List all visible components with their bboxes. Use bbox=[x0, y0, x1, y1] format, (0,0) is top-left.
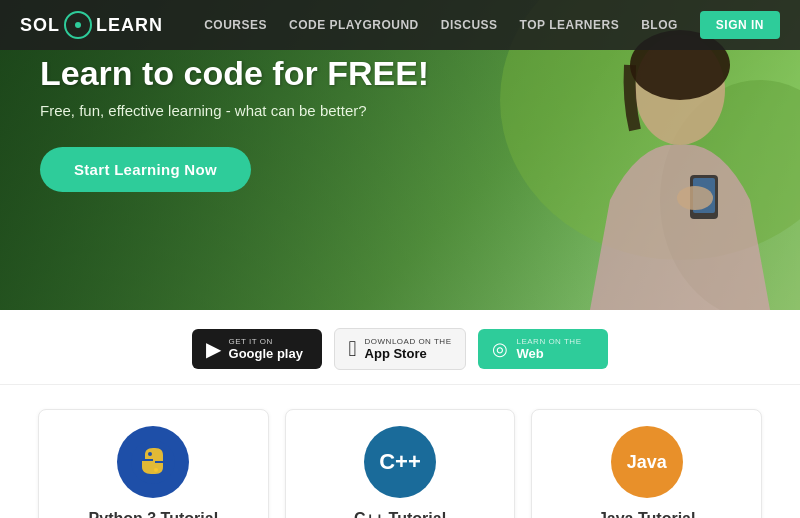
cpp-icon: C++ bbox=[364, 426, 436, 498]
google-play-label-small: GET IT ON bbox=[229, 337, 303, 346]
start-learning-button[interactable]: Start Learning Now bbox=[40, 147, 251, 192]
nav-discuss[interactable]: DISCUSS bbox=[441, 18, 498, 32]
python-course-name: Python 3 Tutorial bbox=[89, 510, 218, 518]
logo[interactable]: SOL LEARN bbox=[20, 11, 163, 39]
google-play-button[interactable]: ▶ GET IT ON Google play bbox=[192, 329, 322, 369]
sign-in-button[interactable]: SIGN IN bbox=[700, 11, 780, 39]
web-label-small: Learn on the bbox=[516, 337, 581, 346]
store-section: ▶ GET IT ON Google play  Download on th… bbox=[0, 310, 800, 385]
web-label-big: Web bbox=[516, 346, 581, 361]
google-play-label-big: Google play bbox=[229, 346, 303, 361]
apple-icon:  bbox=[349, 338, 357, 360]
java-icon: Java bbox=[611, 426, 683, 498]
java-course-name: Java Tutorial bbox=[598, 510, 696, 518]
nav-links: COURSES CODE PLAYGROUND DISCUSS TOP LEAR… bbox=[204, 11, 780, 39]
courses-section: Python 3 Tutorial Learn Python, one of t… bbox=[0, 385, 800, 518]
nav-blog[interactable]: BLOG bbox=[641, 18, 678, 32]
python-icon bbox=[117, 426, 189, 498]
app-store-label-big: App Store bbox=[365, 346, 452, 361]
app-store-button[interactable]:  Download on the App Store bbox=[334, 328, 467, 370]
hero-title: Learn to code for FREE! bbox=[40, 55, 429, 92]
cpp-course-name: C++ Tutorial bbox=[354, 510, 446, 518]
nav-code-playground[interactable]: CODE PLAYGROUND bbox=[289, 18, 419, 32]
web-icon: ◎ bbox=[492, 340, 508, 358]
java-card: Java Java Tutorial With our interactive … bbox=[531, 409, 762, 518]
web-button[interactable]: ◎ Learn on the Web bbox=[478, 329, 608, 369]
nav-top-learners[interactable]: TOP LEARNERS bbox=[520, 18, 620, 32]
logo-text-learn: LEARN bbox=[96, 15, 163, 36]
navbar: SOL LEARN COURSES CODE PLAYGROUND DISCUS… bbox=[0, 0, 800, 50]
svg-point-8 bbox=[148, 452, 152, 456]
cpp-card: C++ C++ Tutorial Our C++ tutorial covers… bbox=[285, 409, 516, 518]
hero-subtitle: Free, fun, effective learning - what can… bbox=[40, 102, 429, 119]
svg-point-6 bbox=[677, 186, 713, 210]
hero-content: Learn to code for FREE! Free, fun, effec… bbox=[40, 55, 429, 192]
python-card: Python 3 Tutorial Learn Python, one of t… bbox=[38, 409, 269, 518]
svg-point-9 bbox=[154, 468, 158, 472]
app-store-label-small: Download on the bbox=[365, 337, 452, 346]
google-play-icon: ▶ bbox=[206, 339, 221, 359]
logo-icon bbox=[64, 11, 92, 39]
nav-courses[interactable]: COURSES bbox=[204, 18, 267, 32]
logo-text-sol: SOL bbox=[20, 15, 60, 36]
